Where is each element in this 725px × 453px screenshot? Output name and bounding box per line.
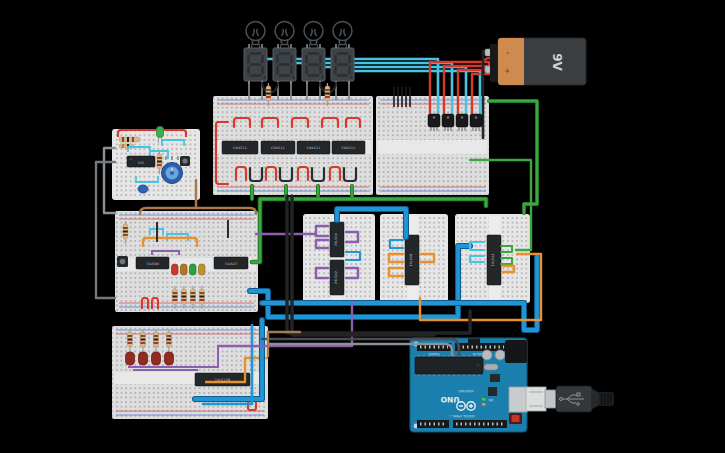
battery-voltage-label: 9V — [550, 53, 564, 71]
crystal[interactable] — [484, 364, 498, 370]
pushbutton[interactable] — [117, 256, 128, 267]
atmega-chip[interactable] — [415, 356, 483, 375]
chip-label: CD4511 — [307, 146, 321, 150]
display-driver-ics[interactable]: CD4511 CD4511 CD4511 CD4511 — [222, 141, 365, 154]
usb-cable[interactable] — [526, 386, 614, 412]
chip-label: CD4511 — [271, 146, 285, 150]
chip-small[interactable] — [488, 387, 497, 396]
chip-label: 74LS90 — [146, 262, 159, 266]
digital-header[interactable] — [417, 420, 449, 428]
battery-minus-label: - — [503, 52, 512, 55]
capacitor[interactable] — [482, 350, 492, 360]
capacitor[interactable] — [495, 350, 505, 360]
chip-label: 74LS47 — [224, 262, 237, 266]
arduino-uno[interactable]: POWER ANALOG IN ARDUINO UNO ON DIGITA — [410, 338, 527, 432]
usb-port[interactable] — [509, 387, 527, 412]
chip-label: 74LS00 — [334, 233, 338, 246]
circuit-svg: - + 9V CD4511 CD4511 CD4511 CD4511 555 — [0, 0, 725, 453]
chip-label: 74LS08 — [409, 253, 413, 266]
voltage-regulator[interactable] — [490, 374, 500, 382]
chip-label: 74LS32 — [491, 253, 495, 266]
capacitor[interactable] — [138, 185, 148, 193]
arduino-model-label: UNO — [441, 395, 460, 404]
chip-label: CD4511 — [342, 146, 356, 150]
reset-button[interactable] — [509, 413, 522, 424]
battery-plus-label: + — [503, 68, 511, 74]
battery-9v[interactable]: - + 9V — [485, 38, 586, 85]
on-led-label: ON — [489, 398, 494, 402]
arduino-brand-label: ARDUINO — [458, 389, 474, 393]
pushbutton[interactable] — [180, 156, 190, 166]
chip-label: CD4511 — [233, 146, 247, 150]
power-jack[interactable] — [505, 340, 527, 363]
circuit-canvas: - + 9V CD4511 CD4511 CD4511 CD4511 555 — [0, 0, 725, 453]
icsp-header[interactable] — [468, 339, 480, 345]
digital-header-label: DIGITAL (PWM~) — [450, 414, 475, 418]
chip-label: 555 — [138, 161, 145, 165]
chip-label: 74LS02 — [334, 271, 338, 284]
